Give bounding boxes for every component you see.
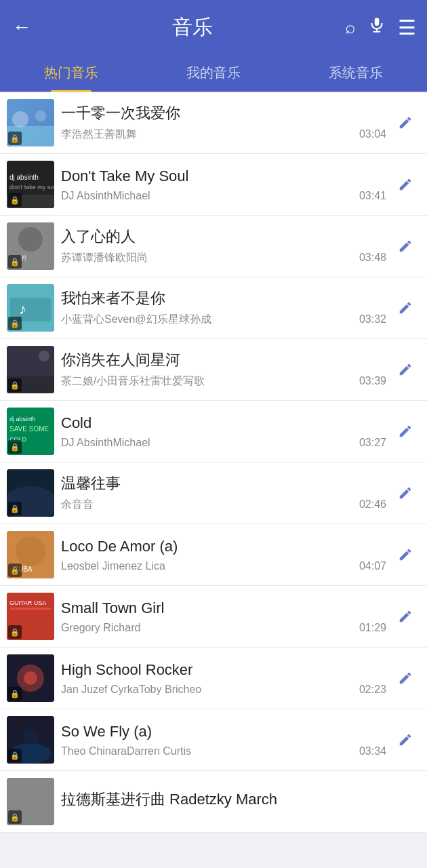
list-item[interactable]: 🔒一千零一次我爱你李浩然王善凯舞03:04 (0, 92, 427, 154)
svg-text:dj absinth: dj absinth (9, 174, 39, 181)
header-icons: ⌕ ☰ (345, 16, 415, 39)
song-duration: 03:32 (359, 313, 386, 326)
song-duration: 04:07 (359, 560, 386, 572)
song-duration: 03:04 (359, 128, 386, 140)
lock-icon: 🔒 (8, 625, 22, 639)
tabs-bar: 热门音乐 我的音乐 系统音乐 (0, 54, 427, 92)
svg-point-37 (22, 728, 39, 745)
song-info: Small Town GirlGregory Richard01:29 (54, 599, 393, 635)
song-title: 你消失在人间星河 (61, 351, 386, 370)
song-artist: 茶二娘/小田音乐社雷壮爱写歌 (61, 374, 354, 389)
menu-icon[interactable]: ☰ (398, 16, 415, 39)
song-info: 你消失在人间星河茶二娘/小田音乐社雷壮爱写歌03:39 (54, 351, 393, 389)
list-item[interactable]: GUITAR USA🔒Small Town GirlGregory Richar… (0, 586, 427, 648)
edit-button[interactable] (393, 239, 418, 254)
song-thumbnail: dj absinthdon't take my soul🔒 (7, 161, 54, 208)
list-item[interactable]: 🔒So We Fly (a)Theo ChinaraDarren Curtis0… (0, 709, 427, 771)
song-info: 入了心的人苏谭谭潘锋欧阳尚03:48 (54, 227, 393, 265)
song-duration: 03:41 (359, 190, 386, 202)
song-artist: 小蓝背心Seven@幻乐星球孙成 (61, 313, 354, 327)
song-info: 我怕来者不是你小蓝背心Seven@幻乐星球孙成03:32 (54, 289, 393, 327)
song-artist: DJ AbsinthMichael (61, 437, 354, 449)
song-title: 拉德斯基进行曲 Radetzky March (61, 790, 411, 810)
back-button[interactable]: ← (12, 16, 31, 38)
list-item[interactable]: 🔒High School RockerJan Juzef CyrkaToby B… (0, 648, 427, 709)
song-duration: 03:27 (359, 437, 386, 449)
song-thumbnail: dj absinthSAVE SOMECOLD🔒 (7, 408, 54, 455)
song-thumbnail: 的🔒 (7, 222, 54, 270)
tab-system[interactable]: 系统音乐 (285, 54, 427, 91)
mic-icon[interactable] (368, 16, 386, 39)
edit-button[interactable] (393, 300, 418, 315)
search-icon[interactable]: ⌕ (345, 17, 356, 38)
song-artist: Leosbel Jimenez Lica (61, 560, 354, 572)
list-item[interactable]: CUBA🔒Loco De Amor (a)Leosbel Jimenez Lic… (0, 524, 427, 586)
song-duration: 02:46 (359, 498, 386, 511)
list-item[interactable]: 🔒温馨往事余音音02:46 (0, 462, 427, 524)
tab-hot[interactable]: 热门音乐 (0, 54, 142, 91)
song-artist: Jan Juzef CyrkaToby Bricheo (61, 684, 354, 696)
svg-rect-0 (375, 18, 380, 26)
song-thumbnail: GUITAR USA🔒 (7, 593, 54, 640)
list-item[interactable]: dj absinthSAVE SOMECOLD🔒ColdDJ AbsinthMi… (0, 401, 427, 462)
song-info: Loco De Amor (a)Leosbel Jimenez Lica04:0… (54, 537, 393, 573)
song-thumbnail: 🔒 (7, 716, 54, 764)
song-list: 🔒一千零一次我爱你李浩然王善凯舞03:04dj absinthdon't tak… (0, 92, 427, 833)
tab-my[interactable]: 我的音乐 (142, 54, 285, 91)
song-thumbnail: 🔒 (7, 469, 54, 517)
svg-point-6 (35, 111, 46, 121)
edit-button[interactable] (393, 177, 418, 192)
song-thumbnail: ♪🔒 (7, 284, 54, 332)
song-info: 温馨往事余音音02:46 (54, 474, 393, 512)
edit-button[interactable] (393, 671, 418, 686)
edit-button[interactable] (393, 362, 418, 377)
list-item[interactable]: 的🔒入了心的人苏谭谭潘锋欧阳尚03:48 (0, 216, 427, 277)
song-duration: 03:34 (359, 745, 386, 757)
edit-button[interactable] (393, 547, 418, 562)
song-artist: 余音音 (61, 498, 354, 512)
lock-icon: 🔒 (8, 132, 22, 145)
song-info: ColdDJ AbsinthMichael03:27 (54, 414, 393, 450)
edit-button[interactable] (393, 115, 418, 130)
song-title: High School Rocker (61, 660, 386, 680)
song-info: Don't Take My SoulDJ AbsinthMichael03:41 (54, 167, 393, 203)
header: ← 音乐 ⌕ ☰ (0, 0, 427, 54)
list-item[interactable]: 🔒你消失在人间星河茶二娘/小田音乐社雷壮爱写歌03:39 (0, 339, 427, 401)
edit-button[interactable] (393, 424, 418, 439)
svg-point-34 (24, 671, 37, 685)
list-item[interactable]: ♪🔒我怕来者不是你小蓝背心Seven@幻乐星球孙成03:32 (0, 277, 427, 339)
song-thumbnail: 🔒 (7, 346, 54, 393)
song-title: 一千零一次我爱你 (61, 104, 386, 123)
svg-point-18 (39, 351, 49, 361)
lock-icon: 🔒 (8, 564, 22, 577)
song-title: Cold (61, 414, 386, 433)
lock-icon: 🔒 (8, 749, 22, 762)
edit-button[interactable] (393, 732, 418, 747)
lock-icon: 🔒 (8, 317, 22, 330)
song-duration: 02:23 (359, 684, 386, 696)
song-thumbnail: CUBA🔒 (7, 531, 54, 578)
song-title: 入了心的人 (61, 227, 386, 247)
svg-text:GUITAR USA: GUITAR USA (9, 599, 46, 606)
song-artist: Theo ChinaraDarren Curtis (61, 745, 354, 757)
lock-icon: 🔒 (8, 193, 22, 207)
song-title: So We Fly (a) (61, 722, 386, 742)
song-duration: 01:29 (359, 622, 386, 634)
song-duration: 03:39 (359, 375, 386, 387)
lock-icon: 🔒 (8, 378, 22, 392)
song-artist: DJ AbsinthMichael (61, 190, 354, 202)
lock-icon: 🔒 (8, 255, 22, 269)
song-duration: 03:48 (359, 252, 386, 264)
lock-icon: 🔒 (8, 502, 22, 515)
list-item[interactable]: dj absinthdon't take my soul🔒Don't Take … (0, 154, 427, 216)
song-thumbnail: 🔒 (7, 99, 54, 146)
svg-point-5 (12, 111, 28, 127)
edit-button[interactable] (393, 609, 418, 624)
svg-text:♪: ♪ (19, 300, 26, 317)
song-title: 温馨往事 (61, 474, 386, 494)
list-item[interactable]: 🔒拉德斯基进行曲 Radetzky March (0, 771, 427, 833)
lock-icon: 🔒 (8, 440, 22, 454)
edit-button[interactable] (393, 486, 418, 500)
song-artist: Gregory Richard (61, 622, 354, 634)
song-title: 我怕来者不是你 (61, 289, 386, 309)
